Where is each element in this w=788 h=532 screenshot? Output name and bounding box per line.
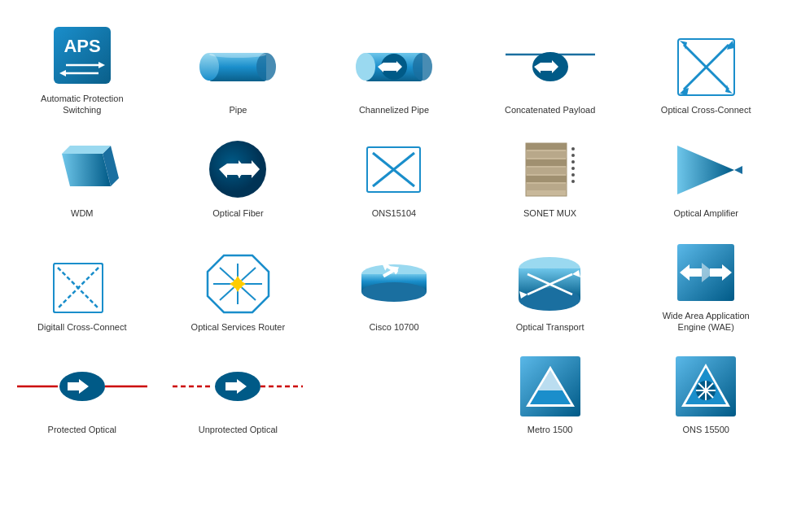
label-optical-cross-connect: Optical Cross-Connect <box>661 104 751 116</box>
label-sonet-mux: SONET MUX <box>523 207 576 219</box>
item-concatenated-payload[interactable]: Concatenated Payload <box>476 16 624 123</box>
svg-point-11 <box>356 53 375 81</box>
item-ons15104[interactable]: ONS15104 <box>320 131 468 225</box>
svg-marker-25 <box>62 154 111 186</box>
item-digitall-cross-connect[interactable]: Digitall Cross-Connect <box>8 233 156 340</box>
svg-marker-48 <box>734 166 742 174</box>
label-wae: Wide Area Application Engine (WAE) <box>663 310 750 334</box>
label-digitall-cross-connect: Digitall Cross-Connect <box>37 321 126 333</box>
svg-marker-47 <box>677 146 734 194</box>
item-sonet-mux[interactable]: SONET MUX <box>476 131 624 225</box>
svg-rect-36 <box>526 151 567 158</box>
label-cisco-10700: Cisco 10700 <box>369 321 418 333</box>
svg-rect-58 <box>234 280 242 288</box>
item-optical-transport[interactable]: Optical Transport <box>476 233 624 340</box>
item-ons-15500[interactable]: ONS 15500 <box>632 347 780 442</box>
icon-grid: APS Automatic Protection Switching <box>0 0 788 459</box>
label-protected-optical: Protected Optical <box>48 424 116 435</box>
svg-point-44 <box>571 167 575 170</box>
label-channelized-pipe: Channelized Pipe <box>359 104 429 116</box>
item-unprotected-optical[interactable]: Unprotected Optical <box>164 347 313 442</box>
svg-marker-60 <box>235 288 240 292</box>
label-concatenated-payload: Concatenated Payload <box>505 104 595 116</box>
svg-point-46 <box>571 180 575 183</box>
svg-marker-59 <box>235 276 240 280</box>
svg-marker-27 <box>62 146 111 154</box>
item-protected-optical[interactable]: Protected Optical <box>8 347 156 442</box>
svg-point-65 <box>361 282 427 302</box>
svg-rect-39 <box>526 176 567 182</box>
svg-point-70 <box>519 288 580 311</box>
label-optical-amplifier: Optical Amplifier <box>673 207 738 219</box>
svg-point-8 <box>256 53 276 81</box>
label-optical-transport: Optical Transport <box>516 321 584 333</box>
svg-marker-62 <box>242 281 246 286</box>
svg-rect-37 <box>526 159 567 166</box>
svg-point-43 <box>571 160 575 164</box>
label-unprotected-optical: Unprotected Optical <box>199 424 278 435</box>
svg-point-12 <box>413 53 432 81</box>
item-empty1 <box>320 347 468 442</box>
label-optical-services-router: Optical Services Router <box>191 321 286 333</box>
item-optical-amplifier[interactable]: Optical Amplifier <box>632 131 780 225</box>
svg-point-9 <box>209 51 266 58</box>
svg-rect-35 <box>526 143 567 150</box>
svg-point-45 <box>571 173 575 177</box>
item-optical-cross-connect[interactable]: Optical Cross-Connect <box>632 16 780 123</box>
svg-rect-38 <box>526 168 567 174</box>
label-aps: Automatic Protection Switching <box>41 93 124 116</box>
item-metro-1500[interactable]: Metro 1500 <box>476 347 624 442</box>
svg-point-42 <box>571 154 575 157</box>
label-metro-1500: Metro 1500 <box>528 424 573 435</box>
label-ons-15500: ONS 15500 <box>682 424 729 435</box>
item-optical-fiber[interactable]: Optical Fiber <box>164 131 313 225</box>
item-wae[interactable]: Wide Area Application Engine (WAE) <box>632 233 780 340</box>
item-aps[interactable]: APS Automatic Protection Switching <box>8 16 156 123</box>
item-cisco-10700[interactable]: Cisco 10700 <box>320 233 468 340</box>
item-wdm[interactable]: WDM <box>8 131 156 225</box>
item-pipe[interactable]: Pipe <box>164 16 313 123</box>
svg-point-7 <box>199 53 219 81</box>
svg-marker-61 <box>230 281 234 286</box>
svg-text:APS: APS <box>63 36 100 56</box>
item-channelized-pipe[interactable]: Channelized Pipe <box>320 16 468 123</box>
label-optical-fiber: Optical Fiber <box>212 207 263 219</box>
svg-rect-40 <box>526 184 567 190</box>
label-pipe: Pipe <box>229 104 247 116</box>
label-wdm: WDM <box>71 207 94 219</box>
item-optical-services-router[interactable]: Optical Services Router <box>164 233 313 340</box>
label-ons15104: ONS15104 <box>372 207 416 219</box>
svg-point-41 <box>571 147 575 150</box>
